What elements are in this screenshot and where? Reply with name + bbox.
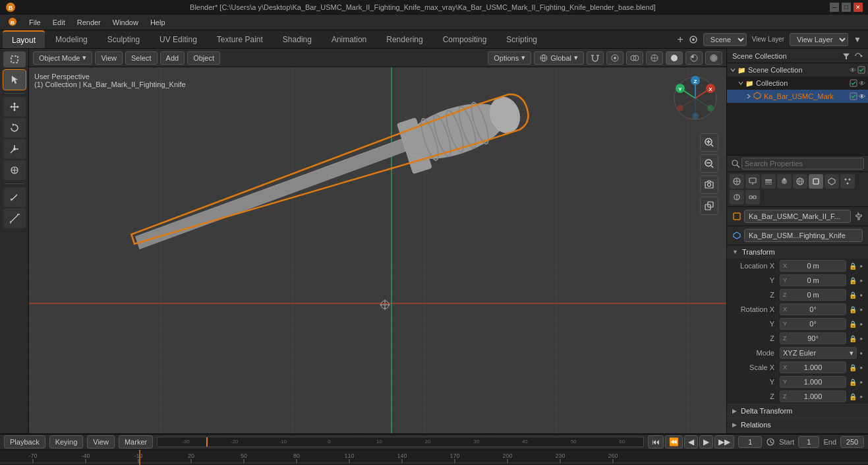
- scale-z-input[interactable]: Z 1.000: [780, 390, 846, 402]
- tab-modeling[interactable]: Modeling: [46, 30, 97, 48]
- rotate-tool-button[interactable]: [3, 118, 26, 138]
- keying-menu[interactable]: Keying: [49, 435, 84, 449]
- viewport-container[interactable]: Object Mode ▾ View Select Add Object Opt…: [29, 49, 726, 433]
- menu-blender[interactable]: B: [3, 16, 22, 29]
- rendered-mode-button[interactable]: [705, 51, 722, 65]
- timeline-track[interactable]: -30 -20 -10 0 10 20 30 40 50 60: [157, 437, 644, 447]
- cursor-tool-button[interactable]: [3, 70, 26, 90]
- wireframe-mode-button[interactable]: [646, 51, 663, 65]
- measure-tool-button[interactable]: [3, 208, 26, 228]
- outliner-scene-collection[interactable]: 📁 Scene Collection 👁: [727, 63, 868, 77]
- location-z-keyframe[interactable]: ●: [859, 292, 863, 298]
- location-y-lock[interactable]: 🔒: [849, 277, 857, 284]
- scale-y-keyframe[interactable]: ●: [859, 379, 863, 385]
- scale-y-input[interactable]: Y 1.000: [780, 376, 846, 388]
- scale-x-lock[interactable]: 🔒: [849, 364, 857, 371]
- step-back-frame-button[interactable]: ◀: [684, 435, 698, 449]
- tab-animation[interactable]: Animation: [322, 30, 376, 48]
- scale-z-keyframe[interactable]: ●: [859, 394, 863, 400]
- transform-section-header[interactable]: ▼ Transform: [727, 245, 868, 259]
- rotation-y-lock[interactable]: 🔒: [849, 321, 857, 328]
- location-z-input[interactable]: Z 0 m: [780, 289, 846, 301]
- collection-eye-icon[interactable]: 👁: [859, 80, 865, 87]
- rotation-mode-keyframe[interactable]: ●: [859, 350, 863, 356]
- scene-props-icon[interactable]: [777, 174, 792, 189]
- options-dropdown[interactable]: Options ▾: [488, 51, 531, 65]
- timeline-ruler[interactable]: -70 -40 -10 20 50 80 110 140 170 200 230…: [0, 450, 868, 465]
- rotation-x-lock[interactable]: 🔒: [849, 306, 857, 313]
- tab-shading[interactable]: Shading: [274, 30, 321, 48]
- rotation-y-input[interactable]: Y 0°: [780, 318, 846, 330]
- location-z-lock[interactable]: 🔒: [849, 292, 857, 299]
- step-back-button[interactable]: ⏪: [665, 435, 683, 449]
- scene-collection-checkbox[interactable]: [857, 66, 865, 74]
- tab-rendering[interactable]: Rendering: [377, 30, 432, 48]
- location-x-input[interactable]: X 0 m: [780, 260, 846, 272]
- render-props-icon[interactable]: [730, 174, 744, 189]
- location-y-keyframe[interactable]: ●: [859, 278, 863, 284]
- transform-tool-button[interactable]: [3, 160, 26, 180]
- material-mode-button[interactable]: [685, 51, 703, 65]
- overlay-toggle[interactable]: [626, 51, 643, 65]
- object-props-icon[interactable]: [809, 174, 823, 189]
- properties-search-input[interactable]: [741, 158, 864, 170]
- solid-mode-button[interactable]: [666, 51, 683, 65]
- rotation-x-input[interactable]: X 0°: [780, 303, 846, 315]
- tab-texture-paint[interactable]: Texture Paint: [208, 30, 272, 48]
- zoom-in-button[interactable]: [700, 133, 718, 152]
- navigation-gizmo[interactable]: X Y Z: [672, 75, 718, 121]
- tab-scripting[interactable]: Scripting: [497, 30, 546, 48]
- constraints-props-icon[interactable]: [745, 190, 760, 204]
- snap-toggle[interactable]: [587, 51, 604, 65]
- rotation-y-keyframe[interactable]: ●: [859, 321, 863, 327]
- minimize-button[interactable]: ─: [830, 3, 839, 12]
- scale-z-lock[interactable]: 🔒: [849, 393, 857, 400]
- object-eye-icon[interactable]: 👁: [859, 93, 865, 100]
- tab-sculpting[interactable]: Sculpting: [98, 30, 149, 48]
- object-menu[interactable]: Object: [187, 51, 220, 65]
- particles-props-icon[interactable]: [840, 174, 855, 189]
- play-button[interactable]: ▶: [699, 435, 713, 449]
- tab-uv-editing[interactable]: UV Editing: [150, 30, 206, 48]
- tab-compositing[interactable]: Compositing: [434, 30, 496, 48]
- playback-menu[interactable]: Playback: [4, 435, 45, 449]
- zoom-out-button[interactable]: [700, 154, 718, 173]
- rotation-x-keyframe[interactable]: ●: [859, 307, 863, 313]
- view-layer-selector[interactable]: View Layer: [790, 33, 848, 46]
- location-y-input[interactable]: Y 0 m: [780, 274, 846, 286]
- add-menu[interactable]: Add: [160, 51, 185, 65]
- menu-help[interactable]: Help: [145, 17, 171, 28]
- view-layer-props-icon[interactable]: [761, 174, 776, 189]
- output-props-icon[interactable]: [745, 174, 760, 189]
- marker-menu[interactable]: Marker: [119, 435, 153, 449]
- collection-check-icon[interactable]: [850, 79, 857, 87]
- object-mode-dropdown[interactable]: Object Mode ▾: [33, 51, 92, 65]
- start-frame-input[interactable]: [798, 436, 819, 448]
- move-tool-button[interactable]: [3, 97, 26, 117]
- camera-button[interactable]: [700, 175, 718, 194]
- scale-x-keyframe[interactable]: ●: [859, 365, 863, 371]
- rotation-z-keyframe[interactable]: ●: [859, 336, 863, 342]
- filter-icon[interactable]: ▼: [854, 35, 861, 44]
- rotation-z-input[interactable]: Z 90°: [780, 332, 846, 344]
- end-frame-input[interactable]: [840, 436, 864, 448]
- viewport-3d[interactable]: User Perspective (1) Collection | Ka_Bar…: [29, 67, 726, 433]
- location-x-lock[interactable]: 🔒: [849, 263, 857, 270]
- outliner-collection[interactable]: 📁 Collection 👁: [727, 77, 868, 90]
- scale-y-lock[interactable]: 🔒: [849, 379, 857, 386]
- timeline-view-menu[interactable]: View: [87, 435, 115, 449]
- select-menu[interactable]: Select: [125, 51, 158, 65]
- mesh-name-input[interactable]: Ka_Bar_USM...Fighting_Knife: [744, 229, 863, 242]
- menu-edit[interactable]: Edit: [47, 17, 71, 28]
- proportional-edit-toggle[interactable]: [606, 51, 623, 65]
- maximize-button[interactable]: □: [842, 3, 851, 12]
- local-view-button[interactable]: [700, 197, 718, 215]
- scale-tool-button[interactable]: [3, 139, 26, 159]
- pin-icon[interactable]: [854, 212, 863, 221]
- add-workspace-button[interactable]: +: [677, 34, 683, 46]
- menu-window[interactable]: Window: [107, 17, 144, 28]
- location-x-keyframe[interactable]: ●: [859, 263, 863, 269]
- filter-scene-icon[interactable]: [842, 51, 851, 61]
- eye-icon[interactable]: 👁: [850, 67, 856, 74]
- tab-layout[interactable]: Layout: [3, 30, 45, 48]
